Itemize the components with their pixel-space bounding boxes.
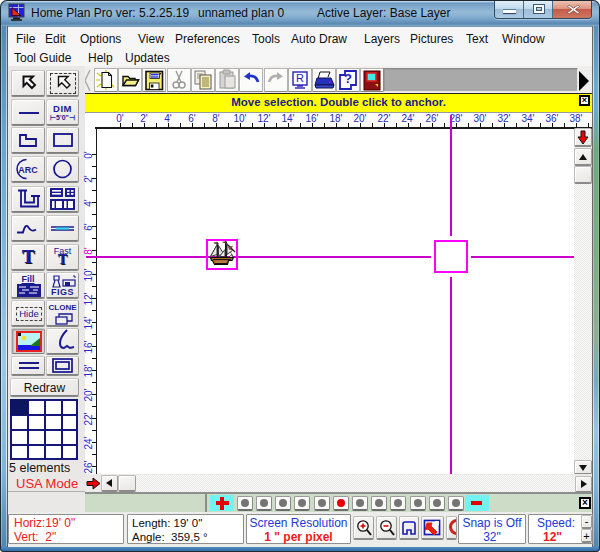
svg-text:R: R	[296, 72, 304, 84]
svg-text:?: ?	[344, 71, 352, 86]
svg-text:ARC: ARC	[18, 165, 38, 175]
